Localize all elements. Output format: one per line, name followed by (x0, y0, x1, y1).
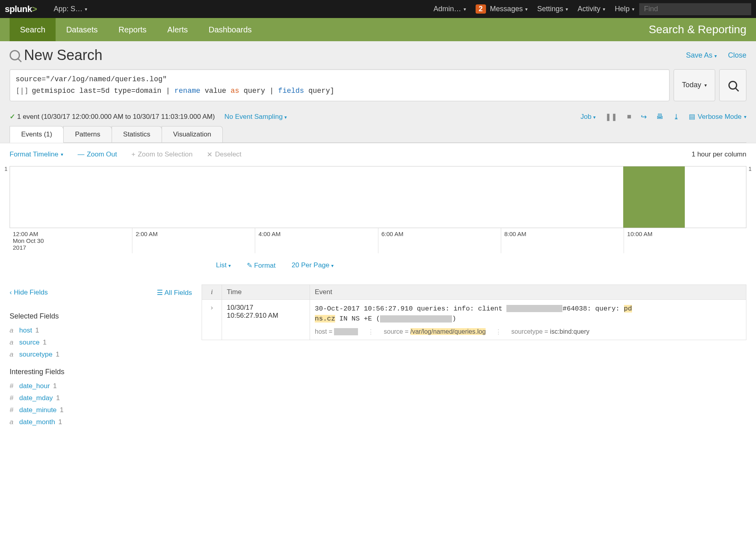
timeline-tick: 10:00 AM (624, 228, 746, 253)
help-menu[interactable]: Help▾ (610, 5, 639, 13)
zoom-to-selection: +Zoom to Selection (131, 150, 192, 158)
chevron-left-icon: ‹ (10, 289, 12, 296)
field-date-month[interactable]: adate_month1 (10, 416, 192, 428)
tab-visualization[interactable]: Visualization (162, 126, 223, 142)
minus-icon: — (78, 150, 84, 158)
save-as-button[interactable]: Save As ▾ (686, 51, 717, 60)
field-host[interactable]: ahost1 (10, 325, 192, 337)
expand-icon[interactable]: [|] (16, 85, 29, 97)
chevron-down-icon: ▾ (228, 263, 231, 268)
messages-menu[interactable]: 2Messages▾ (471, 4, 532, 14)
pause-icon[interactable]: ❚❚ (605, 112, 617, 121)
redacted (380, 315, 452, 323)
chevron-down-icon: ▾ (85, 6, 87, 12)
nav-datasets[interactable]: Datasets (56, 18, 108, 41)
chevron-down-icon: ▾ (603, 6, 605, 12)
events-table: i Time Event › 10/30/1710:56:27.910 AM 3… (202, 285, 746, 340)
stop-icon[interactable]: ■ (627, 112, 631, 121)
col-info[interactable]: i (202, 285, 222, 299)
meta-source[interactable]: /var/log/named/queries.log (410, 328, 486, 335)
close-button[interactable]: Close (728, 51, 746, 60)
field-date-mday[interactable]: #date_mday1 (10, 392, 192, 404)
event-row: › 10/30/1710:56:27.910 AM 30-Oct-2017 10… (202, 299, 746, 340)
timeline-chart[interactable]: 1 1 (10, 166, 746, 228)
admin-menu[interactable]: Admin…▾ (429, 5, 471, 13)
event-meta: host = ⋮ source = /var/log/named/queries… (315, 328, 741, 336)
list-view[interactable]: List ▾ (216, 261, 231, 270)
chevron-down-icon: ▾ (464, 6, 466, 12)
highlight: ns.cz (315, 315, 335, 323)
verbose-icon: ▤ (689, 112, 695, 121)
highlight: pd (624, 305, 632, 313)
meta-sourcetype[interactable]: isc:bind:query (550, 328, 590, 335)
chevron-down-icon: ▾ (525, 6, 528, 12)
separator: ⋮ (368, 328, 374, 336)
search-line-1: source="/var/log/named/queries.log" (16, 75, 167, 83)
chevron-down-icon: ▾ (714, 53, 717, 59)
activity-menu[interactable]: Activity▾ (573, 5, 610, 13)
separator: ⋮ (495, 328, 502, 336)
per-page[interactable]: 20 Per Page ▾ (292, 261, 334, 270)
time-range-picker[interactable]: Today▾ (674, 69, 715, 101)
top-bar: splunk> App: S…▾ Admin…▾ 2Messages▾ Sett… (0, 0, 756, 18)
list-icon: ☰ (157, 289, 163, 297)
chevron-down-icon: ▾ (284, 114, 287, 120)
settings-menu[interactable]: Settings▾ (532, 5, 573, 13)
timeline-bar[interactable] (623, 166, 684, 228)
tab-events[interactable]: Events (1) (10, 126, 64, 143)
timeline-controls: Format Timeline ▾ —Zoom Out +Zoom to Sel… (0, 143, 756, 166)
search-mode[interactable]: ▤ Verbose Mode ▾ (689, 112, 746, 121)
search-icon (10, 50, 20, 60)
event-raw[interactable]: 30-Oct-2017 10:56:27.910 queries: info: … (315, 304, 741, 324)
nav-dashboards[interactable]: Dashboards (198, 18, 262, 41)
timeline-y-left: 1 (4, 166, 8, 172)
timeline-tick: 8:00 AM (501, 228, 624, 253)
interesting-fields-title: Interesting Fields (10, 368, 192, 376)
search-line-2: getmispioc last=5d type=domain | rename … (32, 85, 334, 97)
col-time[interactable]: Time (222, 285, 310, 299)
find-input[interactable] (639, 3, 751, 15)
app-switcher[interactable]: App: S…▾ (49, 5, 92, 13)
hide-fields[interactable]: ‹ Hide Fields (10, 289, 48, 297)
field-source[interactable]: asource1 (10, 337, 192, 349)
tab-statistics[interactable]: Statistics (112, 126, 162, 142)
format-view[interactable]: Format (247, 261, 276, 270)
chevron-down-icon: ▾ (593, 114, 596, 120)
logo[interactable]: splunk> (5, 4, 37, 14)
redacted (334, 328, 358, 335)
nav-alerts[interactable]: Alerts (157, 18, 198, 41)
app-title: Search & Reporting (649, 23, 746, 36)
app-bar: Search Datasets Reports Alerts Dashboard… (0, 18, 756, 41)
chevron-down-icon: ▾ (331, 263, 334, 268)
event-sampling[interactable]: No Event Sampling ▾ (224, 113, 287, 121)
zoom-out[interactable]: —Zoom Out (78, 150, 117, 158)
print-icon[interactable]: 🖶 (656, 112, 664, 121)
share-icon[interactable]: ↪ (641, 112, 647, 121)
format-timeline[interactable]: Format Timeline ▾ (10, 150, 63, 158)
chevron-down-icon: ▾ (632, 6, 634, 12)
result-tabs: Events (1) Patterns Statistics Visualiza… (10, 126, 746, 143)
field-date-minute[interactable]: #date_minute1 (10, 404, 192, 416)
field-date-hour[interactable]: #date_hour1 (10, 380, 192, 392)
deselect: ✕Deselect (207, 150, 241, 159)
search-icon (728, 81, 737, 90)
search-input[interactable]: source="/var/log/named/queries.log" [|] … (10, 69, 670, 101)
event-time: 10/30/1710:56:27.910 AM (222, 299, 310, 340)
chevron-down-icon: ▾ (61, 152, 63, 157)
export-icon[interactable]: ⤓ (673, 112, 679, 121)
col-event[interactable]: Event (310, 285, 746, 299)
nav-reports[interactable]: Reports (108, 18, 157, 41)
tab-patterns[interactable]: Patterns (63, 126, 112, 142)
selected-fields-title: Selected Fields (10, 312, 192, 321)
chevron-down-icon: ▾ (704, 82, 707, 88)
nav-search[interactable]: Search (10, 18, 56, 41)
check-icon: ✓ (10, 113, 15, 120)
timeline-ticks: 12:00 AMMon Oct 302017 2:00 AM 4:00 AM 6… (10, 228, 746, 253)
run-search-button[interactable] (719, 69, 746, 101)
timeline-tick: 2:00 AM (132, 228, 255, 253)
job-menu[interactable]: Job ▾ (580, 113, 596, 121)
all-fields[interactable]: ☰ All Fields (157, 289, 192, 297)
expand-row[interactable]: › (202, 299, 222, 340)
redacted (506, 305, 562, 312)
field-sourcetype[interactable]: asourcetype1 (10, 349, 192, 361)
